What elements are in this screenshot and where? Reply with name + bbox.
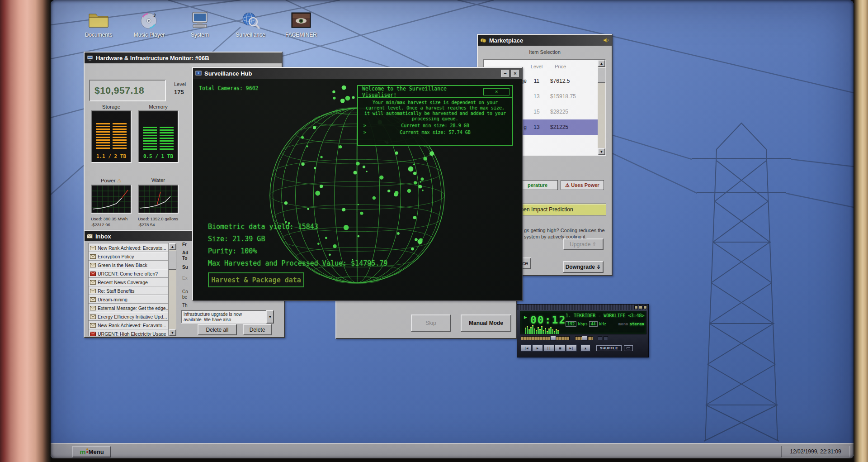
player-titlebar[interactable]: [517, 305, 648, 310]
volume-slider[interactable]: [521, 336, 570, 340]
memory-bars: [143, 127, 174, 150]
eq-button[interactable]: [598, 336, 602, 340]
min-size-value: Current min size: 28.9 GB: [401, 123, 469, 128]
email-row[interactable]: Re: Staff Benefits: [89, 286, 168, 295]
scroll-up-icon[interactable]: ▲: [598, 60, 605, 67]
folder-icon: [88, 11, 109, 30]
transmission-tower: [692, 123, 791, 441]
icon-music-player[interactable]: ♪ Music Player: [129, 11, 169, 38]
eye-image-icon: [290, 11, 312, 30]
minimize-icon[interactable]: –: [501, 70, 509, 77]
play-button[interactable]: ▶: [532, 344, 543, 352]
hardware-title: Hardware & Infrastructure Monitor: #06B: [96, 55, 209, 62]
scroll-up-icon[interactable]: ▲: [169, 243, 176, 250]
player-shade-icon[interactable]: [639, 305, 642, 309]
scroll-down-icon[interactable]: ▼: [169, 329, 176, 336]
listbox-scrollbar[interactable]: ▲ ▼: [598, 60, 605, 155]
email-row[interactable]: Dream-mining: [89, 295, 168, 304]
memory-label: Memory: [138, 104, 179, 110]
pause-button[interactable]: ||: [543, 344, 554, 352]
speaker-icon[interactable]: [603, 38, 609, 43]
email-row[interactable]: Green is the New Black: [89, 261, 168, 269]
next-button[interactable]: ▶|: [566, 344, 577, 352]
upgrade-button[interactable]: Upgrade ⇧: [563, 238, 604, 250]
close-icon[interactable]: ×: [511, 70, 519, 77]
eject-button[interactable]: ▲: [580, 344, 590, 352]
music-player: ▶ 00:12 1. TEKRIDER - WORKLIFE <3:48> 19…: [517, 304, 649, 357]
power-graph-plot: [92, 186, 131, 213]
storage-bars: [96, 123, 127, 150]
water-cost: -$278.54: [138, 222, 181, 227]
monitor-bezel-right: [854, 0, 868, 462]
scroll-down-icon[interactable]: ▼: [598, 148, 605, 155]
marketplace-titlebar[interactable]: Marketplace: [478, 35, 612, 46]
marketplace-title: Marketplace: [489, 37, 523, 44]
marketplace-icon: [480, 38, 486, 43]
svg-text:♪: ♪: [153, 11, 156, 19]
player-close-icon[interactable]: [643, 305, 647, 309]
inbox-title: Inbox: [95, 233, 111, 240]
icon-system[interactable]: System: [180, 11, 220, 38]
dialog-close-icon[interactable]: ×: [483, 88, 509, 95]
stop-button[interactable]: ■: [555, 344, 566, 352]
computer-icon: [189, 11, 211, 30]
samplerate-value: 44: [589, 321, 598, 327]
manual-mode-button[interactable]: Manual Mode: [461, 314, 511, 332]
water-graph-plot: [139, 186, 178, 213]
harvest-package-button[interactable]: Harvest & Package data: [208, 272, 304, 287]
desktop-icons: Documents ♪ Music Player: [79, 11, 321, 38]
repeat-toggle[interactable]: [624, 345, 633, 351]
power-graph: [91, 185, 132, 214]
downgrade-button[interactable]: Downgrade ⇩: [563, 261, 604, 273]
email-body-preview[interactable]: infrastructure upgrade is now available.…: [181, 310, 274, 324]
bitrate-value: 192: [566, 321, 576, 327]
email-row-urgent[interactable]: URGENT: High Electricity Usage: [89, 329, 168, 336]
email-row[interactable]: External Message: Get the edge...: [89, 304, 168, 312]
visualiser-dialog: Welcome to the Surveillance Visualiser! …: [357, 85, 513, 146]
icon-faceminer[interactable]: FACEMINER: [281, 11, 321, 38]
icon-surveillance[interactable]: Surveillance: [231, 11, 270, 38]
surveillance-titlebar[interactable]: Surveillance Hub – ×: [193, 68, 522, 79]
harvest-stats: Biometric data yield: 15843 Size: 21.39 …: [208, 221, 387, 270]
envelope-icon: [87, 234, 93, 238]
samplerate-unit: kHz: [599, 322, 606, 326]
desktop: Documents ♪ Music Player: [51, 0, 854, 459]
power-warning-icon: ⚠: [117, 178, 122, 183]
icon-documents[interactable]: Documents: [79, 11, 118, 38]
track-title: 1. TEKRIDER - WORKLIFE <3:48>: [566, 313, 645, 318]
water-graph: [138, 185, 179, 214]
hidden-task-window: Skip Manual Mode: [335, 299, 517, 339]
crt-monitor-photo: Documents ♪ Music Player: [0, 0, 868, 462]
cooling-desc-line1: gs getting high? Cooling reduces the: [524, 228, 605, 233]
surveillance-title: Surveillance Hub: [204, 70, 252, 77]
scroll-thumb[interactable]: [169, 251, 176, 270]
player-minimize-icon[interactable]: [634, 305, 638, 309]
email-row[interactable]: Energy Efficiency Initiative Upd...: [89, 312, 168, 321]
scroll-thumb[interactable]: [598, 67, 605, 83]
email-scrollbar[interactable]: ▲ ▼: [169, 243, 176, 336]
temperature-badge: perature: [517, 180, 558, 190]
bitrate-unit: kbps: [578, 322, 588, 326]
balance-slider[interactable]: [575, 336, 593, 340]
memory-gauge: 0.5 / 1 TB: [138, 110, 179, 163]
menu-button[interactable]: m Menu: [72, 446, 111, 457]
email-row-urgent[interactable]: URGENT: Come here often?: [89, 269, 168, 278]
email-row[interactable]: New Rank Achieved: Excavato...: [89, 321, 168, 329]
delete-all-button[interactable]: Delete all: [198, 324, 237, 335]
preview-dropdown-icon[interactable]: ▼: [266, 310, 274, 324]
shuffle-toggle[interactable]: SHUFFLE: [596, 345, 622, 351]
harvest-value: Max Harvested and Processed Value: $1479…: [208, 257, 387, 270]
email-row[interactable]: New Rank Achieved: Excavato...: [89, 243, 168, 252]
email-list: New Rank Achieved: Excavato... Encryptio…: [88, 243, 169, 336]
prev-button[interactable]: |◀: [521, 344, 532, 352]
menu-logo: m: [80, 448, 85, 455]
storage-label: Storage: [91, 104, 132, 110]
skip-button[interactable]: Skip: [411, 314, 451, 332]
playlist-button[interactable]: [604, 336, 608, 340]
delete-button[interactable]: Delete: [243, 324, 272, 335]
hardware-titlebar[interactable]: Hardware & Infrastructure Monitor: #06B: [85, 52, 282, 63]
harvest-size: Size: 21.39 GB: [208, 233, 387, 245]
money-display: $10,957.18: [89, 80, 166, 101]
email-row[interactable]: Encryption Policy: [89, 252, 168, 261]
email-row[interactable]: Recent News Coverage: [89, 278, 168, 286]
